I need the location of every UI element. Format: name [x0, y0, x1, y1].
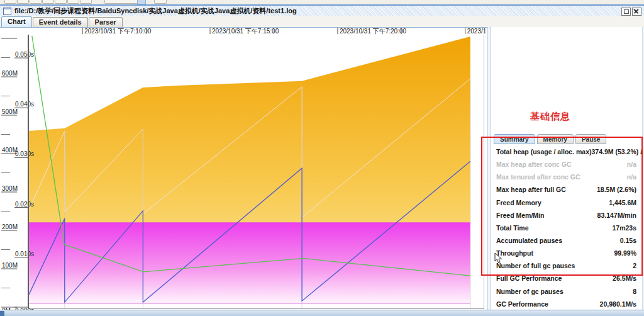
toolbar-button[interactable] — [154, 0, 167, 4]
toolbar-button[interactable] — [30, 0, 42, 4]
summary-row-value: 374.9M (53.2%) / 704.5M — [592, 148, 644, 155]
toolbar-button[interactable] — [55, 0, 67, 4]
summary-row-label: Number of full gc pauses — [496, 262, 633, 269]
maximize-icon[interactable] — [621, 8, 631, 16]
summary-row: Total heap (usage / alloc. max)374.9M (5… — [492, 145, 640, 158]
y-axis-pause-label: 0.050s — [15, 51, 34, 58]
annotation-label: 基础信息 — [530, 111, 570, 123]
y-axis-memory-label: 500M — [2, 108, 18, 115]
summary-row-value: 99.99% — [614, 249, 636, 257]
summary-row-value: n/a — [627, 173, 636, 181]
main-tabbar: ChartEvent detailsParser — [0, 16, 644, 27]
summary-row: Freed Mem/Min83.147M/min — [492, 209, 640, 222]
y-axis-pause-label: 0.020s — [15, 201, 34, 208]
summary-row-value: 26.5M/s — [613, 274, 636, 282]
summary-row: Freed Memory1,445.6M — [492, 196, 640, 209]
summary-row-label: Total Time — [496, 224, 612, 232]
tab-chart[interactable]: Chart — [1, 16, 32, 27]
summary-row-value: 18.5M (2.6%) — [597, 186, 636, 193]
mouse-cursor-icon — [494, 252, 502, 264]
summary-row-label: Number of gc pauses — [496, 288, 633, 295]
y-axis-memory-label: 600M — [2, 70, 18, 77]
tab-event-details[interactable]: Event details — [33, 17, 88, 27]
y-axis-pause-label: 0.040s — [15, 101, 34, 108]
summary-row-label: GC Performance — [496, 300, 600, 308]
y-axis-pause-label: 0.030s — [15, 150, 34, 157]
summary-row-label: Freed Memory — [496, 199, 609, 206]
summary-row: Total Time17m23s — [492, 222, 640, 234]
combobox-arrow-icon[interactable] — [137, 0, 146, 4]
window-bottom-border — [0, 310, 644, 316]
window-icon — [3, 8, 11, 15]
tab-parser[interactable]: Parser — [89, 17, 123, 27]
x-axis-time-label: 2023/10/31 下午7:20:00 — [340, 28, 407, 35]
toolbar-button[interactable] — [4, 0, 16, 4]
summary-row: Max tenured after conc GCn/a — [492, 171, 640, 183]
summary-tab-memory[interactable]: Memory — [537, 134, 574, 144]
summary-tab-summary[interactable]: Summary — [494, 134, 535, 144]
x-axis-time-label: 2023/10/31 — [467, 28, 486, 35]
summary-row-value: 17m23s — [612, 224, 636, 232]
y-axis-pause-label: 0.010s — [15, 251, 34, 257]
window-bottom-corner — [0, 311, 4, 316]
window-title: file:/D:/教学/同步课程资料/BaiduSyncdisk/实战Java虚… — [14, 6, 297, 16]
toolbar-button[interactable] — [17, 0, 29, 4]
summary-row-label: Accumulated pauses — [496, 237, 620, 244]
summary-row-value: 83.147M/min — [597, 212, 636, 219]
x-axis-time-label: 2023/10/31 下午7:15:00 — [212, 28, 279, 35]
summary-row: Max heap after conc GCn/a — [492, 158, 640, 171]
toolbar-button[interactable] — [67, 0, 79, 4]
summary-row: GC Performance20,980.1M/s — [492, 298, 640, 310]
summary-row-label: Max heap after conc GC — [496, 161, 627, 168]
summary-row-label: Throughput — [496, 249, 614, 257]
x-axis-time-label: 2023/10/31 下午7:10:00 — [84, 28, 152, 35]
gc-chart[interactable]: 0M100M200M300M400M500M600M0.000s0.010s0.… — [0, 27, 486, 310]
summary-row: Number of gc pauses8 — [492, 285, 640, 298]
splitpane-divider[interactable] — [487, 27, 491, 310]
summary-row-value: 8 — [633, 288, 636, 295]
summary-tab-pause[interactable]: Pause — [575, 134, 606, 144]
summary-row-value: 2 — [633, 262, 636, 269]
summary-row-label: Max tenured after conc GC — [496, 173, 627, 181]
plot-left-border — [28, 35, 29, 308]
summary-table: Total heap (usage / alloc. max)374.9M (5… — [492, 145, 640, 310]
summary-row: Full GC Performance26.5M/s — [492, 272, 640, 285]
summary-row: Throughput99.99% — [492, 247, 640, 259]
summary-tabbar: SummaryMemoryPause — [494, 134, 606, 144]
summary-row-label: Max heap after full GC — [496, 186, 597, 193]
summary-row-value: 20,980.1M/s — [600, 300, 636, 308]
summary-row-label: Total heap (usage / alloc. max) — [496, 148, 592, 155]
titlebar[interactable]: file:/D:/教学/同步课程资料/BaiduSyncdisk/实战Java虚… — [0, 4, 644, 16]
y-axis-memory-label: 300M — [2, 185, 18, 192]
summary-row-label: Full GC Performance — [496, 274, 613, 282]
toolbar-button[interactable] — [80, 0, 92, 4]
close-icon[interactable] — [632, 8, 641, 16]
summary-row-label: Freed Mem/Min — [496, 212, 597, 219]
summary-row-value: 1,445.6M — [609, 199, 636, 206]
y-axis-memory-label: 200M — [2, 223, 18, 230]
tenured-heap-area — [29, 222, 470, 307]
toolbar-button[interactable] — [42, 0, 54, 4]
summary-row-value: n/a — [627, 161, 636, 168]
summary-row-value: 0.15s — [620, 237, 636, 244]
toolbar-strip — [0, 0, 644, 4]
summary-row: Accumulated pauses0.15s — [492, 234, 640, 247]
y-axis-memory-label: 100M — [2, 262, 18, 269]
summary-row: Max heap after full GC18.5M (2.6%) — [492, 183, 640, 196]
summary-row: Number of full gc pauses2 — [492, 259, 640, 272]
